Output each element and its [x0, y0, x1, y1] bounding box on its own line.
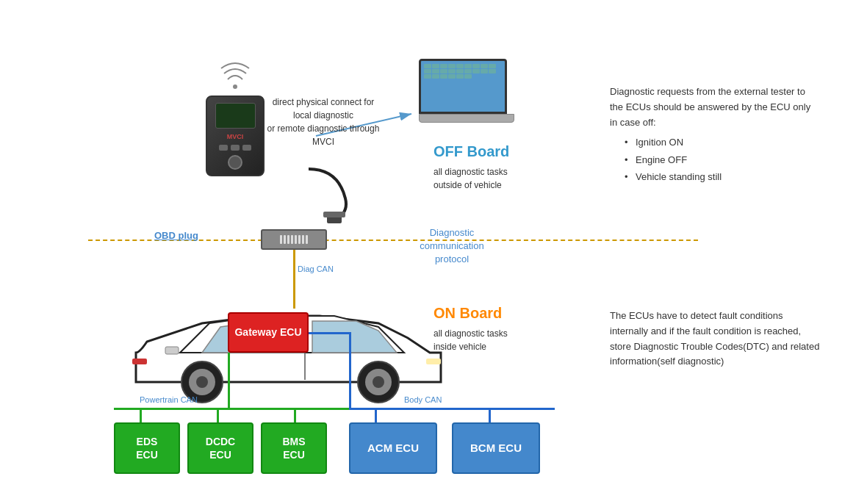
powertrain-line-dcdc	[217, 408, 219, 422]
ecu-eds: EDSECU	[114, 422, 180, 474]
ecu-bms: BMSECU	[261, 422, 327, 474]
svg-point-2	[233, 84, 237, 89]
laptop-keyboard-display	[421, 61, 505, 82]
off-board-description: all diagnostic tasks outside of vehicle	[434, 165, 508, 192]
right-top-description: Diagnostic requests from the external te…	[610, 84, 816, 186]
body-can-label: Body CAN	[404, 395, 442, 404]
gateway-ecu-box: Gateway ECU	[228, 312, 309, 353]
svg-rect-13	[426, 359, 441, 364]
condition-list: Ignition ON Engine OFF Vehicle standing …	[610, 134, 816, 185]
body-can-line	[349, 408, 555, 410]
obd-pins	[280, 235, 308, 244]
diag-can-label: Diag CAN	[298, 264, 334, 273]
svg-rect-14	[132, 359, 147, 364]
right-bottom-description: The ECUs have to detect fault conditions…	[610, 309, 823, 370]
ecu-dcdc: DCDCECU	[187, 422, 253, 474]
laptop-computer	[419, 59, 514, 132]
wifi-signal-icon	[220, 59, 250, 88]
condition-engine: Engine OFF	[625, 151, 816, 168]
body-line-acm	[375, 408, 377, 422]
mvci-knob	[228, 155, 242, 170]
obd-cable	[301, 162, 367, 230]
powertrain-can-line	[114, 408, 349, 410]
on-board-description: all diagnostic tasks inside vehicle	[434, 327, 508, 353]
on-board-title: ON Board	[434, 305, 502, 322]
gateway-powertrain-line	[228, 353, 230, 408]
laptop-screen	[419, 59, 507, 114]
gateway-body-line-h	[309, 332, 351, 334]
svg-point-10	[373, 376, 384, 388]
ecu-acm: ACM ECU	[349, 422, 437, 474]
gateway-body-line-v	[349, 332, 351, 408]
svg-rect-4	[323, 212, 345, 217]
body-line-bcm	[489, 408, 491, 422]
powertrain-can-label: Powertrain CAN	[140, 395, 198, 404]
obd-plug-label: OBD plug	[154, 230, 198, 241]
svg-point-7	[196, 376, 208, 388]
svg-rect-12	[165, 347, 179, 354]
condition-ignition: Ignition ON	[625, 134, 816, 151]
diagnostic-communication-label: Diagnostic communication protocol	[404, 226, 500, 267]
car-diagram	[114, 279, 481, 426]
off-board-title: OFF Board	[434, 143, 509, 160]
connection-description: direct physical connect for local diagno…	[250, 96, 397, 148]
ecu-bcm: BCM ECU	[452, 422, 540, 474]
powertrain-line-eds	[140, 408, 142, 422]
powertrain-line-bms	[294, 408, 296, 422]
laptop-base	[419, 114, 514, 123]
condition-vehicle: Vehicle standing still	[625, 168, 816, 185]
obd-connector	[261, 229, 327, 250]
diagram-container: MVCI direct physical connect for local d…	[0, 0, 867, 504]
